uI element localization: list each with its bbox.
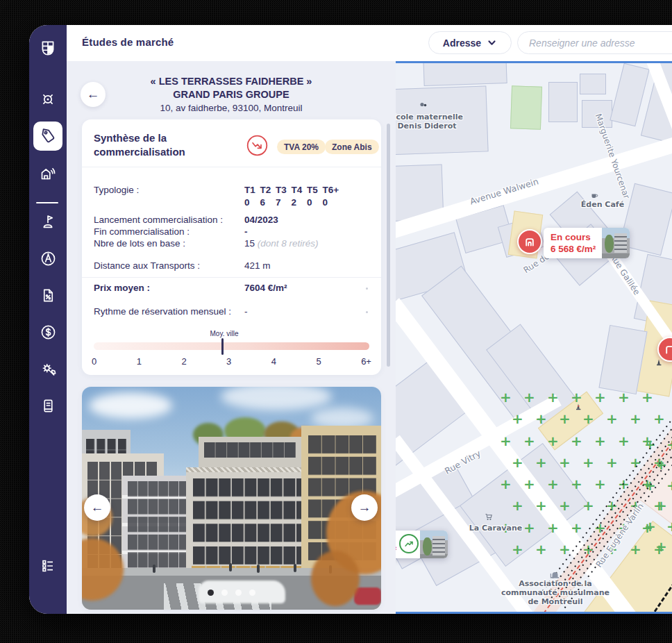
lots-value: 15 (dont 8 retirés) xyxy=(244,238,319,249)
back-button[interactable]: ← xyxy=(81,82,106,107)
carousel-dot[interactable] xyxy=(235,590,242,596)
route-flag-icon xyxy=(40,213,56,230)
sidebar-item-locate[interactable] xyxy=(33,85,62,114)
sidebar-item-finance[interactable] xyxy=(33,317,62,346)
map-block xyxy=(548,82,578,122)
avg-price-label: Prix moyen : xyxy=(94,283,150,293)
school-icon xyxy=(418,101,428,110)
residence-signal-icon xyxy=(40,165,56,181)
marker-price: 6 568 €/m² xyxy=(551,243,596,255)
study-panel: ← « LES TERRASSES FAIDHERBE » GRAND PARI… xyxy=(67,61,396,614)
launch-label: Lancement commercialisation : xyxy=(94,215,223,225)
marker-status: En cours xyxy=(551,231,596,243)
marker-thumbnail xyxy=(602,228,630,258)
page-title: Études de marché xyxy=(82,36,174,48)
mosque-icon xyxy=(550,569,560,579)
map[interactable]: ++++++++++++++++++++++++++++++++++++++++… xyxy=(396,61,672,614)
poi-association: Association de la communauté musulmane d… xyxy=(500,579,611,606)
zone-badge: Zone Abis xyxy=(325,140,379,154)
map-block xyxy=(610,63,649,127)
city-average-label: Moy. ville xyxy=(186,330,262,337)
info-dot xyxy=(366,287,368,290)
building-photo xyxy=(82,387,381,610)
sidebar-item-route-flag[interactable] xyxy=(33,207,62,236)
building-glyph-icon xyxy=(523,235,537,249)
locate-target-icon xyxy=(40,91,56,108)
poi-school: École maternelleDenis Diderot xyxy=(396,112,482,131)
carousel-prev-button[interactable]: ← xyxy=(84,494,110,521)
map-border-top xyxy=(396,61,672,63)
logo-grid-icon xyxy=(39,39,57,57)
checklist-icon xyxy=(40,558,56,574)
sidebar-item-price-tag[interactable] xyxy=(33,122,62,151)
top-header: Études de marché Adresse xyxy=(67,25,672,61)
carousel-dots xyxy=(82,590,381,596)
cafe-icon xyxy=(590,192,599,201)
info-dot xyxy=(366,311,368,313)
map-block xyxy=(580,74,606,94)
poi-cafe: Éden Café xyxy=(568,200,637,209)
app-window: Études de marché Adresse ← « LES TERRASS… xyxy=(29,25,672,614)
rhythm-scale-bar xyxy=(94,342,369,350)
transport-label: Distance aux Transports : xyxy=(94,260,200,271)
screenshot-canvas: Études de marché Adresse ← « LES TERRASS… xyxy=(0,0,672,643)
lots-note: (dont 8 retirés) xyxy=(258,238,319,249)
map-park xyxy=(510,85,542,129)
property-developer: GRAND PARIS GROUPE xyxy=(112,88,350,101)
sidebar-divider xyxy=(36,202,58,203)
monument-icon xyxy=(575,403,583,411)
map-border-bottom xyxy=(396,612,672,614)
trend-up-icon xyxy=(399,534,419,553)
carousel-dot[interactable] xyxy=(208,590,214,596)
sidebar-item-report[interactable] xyxy=(33,391,62,420)
end-label: Fin commercialisation : xyxy=(94,226,190,237)
address-search-input[interactable] xyxy=(529,37,672,49)
sidebar-item-settings[interactable] xyxy=(33,354,62,383)
property-header: « LES TERRASSES FAIDHERBE » GRAND PARIS … xyxy=(112,75,350,115)
rhythm-value: - xyxy=(244,306,248,317)
tva-badge: TVA 20% xyxy=(277,140,326,154)
sidebar-item-residences[interactable] xyxy=(33,158,62,187)
synthesis-title: Synthèse de lacommercialisation xyxy=(94,131,185,159)
app-logo-icon[interactable] xyxy=(33,33,62,62)
map-block xyxy=(423,61,507,86)
trend-down-icon xyxy=(246,135,268,159)
synthesis-card: Synthèse de lacommercialisation TVA 20% … xyxy=(82,119,381,375)
address-search xyxy=(517,31,672,54)
carousel-dot[interactable] xyxy=(249,590,255,596)
poi-shop: La Caravane xyxy=(461,524,530,533)
price-tag-icon xyxy=(40,128,56,144)
panel-scrollbar[interactable] xyxy=(387,124,390,367)
divider xyxy=(82,167,381,167)
project-marker-pin[interactable] xyxy=(517,229,542,254)
transport-value: 421 m xyxy=(244,260,271,271)
notebook-icon xyxy=(40,398,56,414)
rhythm-scale-ticks: 01 23 45 6+ xyxy=(92,356,371,367)
project-marker-label[interactable]: En cours 6 568 €/m² xyxy=(544,228,630,258)
shop-cart-icon xyxy=(485,512,494,521)
rhythm-label: Rythme de réservation mensuel : xyxy=(94,306,231,317)
city-average-tick xyxy=(221,338,224,355)
carousel-dot[interactable] xyxy=(221,590,228,596)
sidebar-item-compass[interactable] xyxy=(33,244,62,273)
divider xyxy=(82,277,381,278)
carousel-next-button[interactable]: → xyxy=(351,494,378,521)
settings-tools-icon xyxy=(40,360,57,378)
dollar-coin-icon xyxy=(40,324,57,341)
sidebar-item-checklist[interactable] xyxy=(33,551,62,581)
address-type-dropdown[interactable]: Adresse xyxy=(428,31,512,54)
chevron-down-icon xyxy=(487,39,497,47)
avg-price-value: 7604 €/m² xyxy=(244,283,287,293)
document-percent-icon xyxy=(40,287,56,303)
typology-label: Typologie : xyxy=(94,185,139,195)
end-value: - xyxy=(244,226,248,237)
sidebar-item-doc-percent[interactable] xyxy=(33,281,62,310)
building-glyph-icon xyxy=(663,342,672,356)
property-name: « LES TERRASSES FAIDHERBE » xyxy=(112,75,350,88)
partial-marker-label[interactable]: 5 m² xyxy=(396,531,448,558)
typology-table: T10 T26 T37 T42 T50 T6+0 xyxy=(244,184,342,209)
property-address: 10, av faidherbe, 93100, Montreuil xyxy=(112,101,350,115)
partial-marker-thumbnail xyxy=(420,531,448,558)
lots-label: Nbre de lots en base : xyxy=(94,238,185,249)
photo-carousel: ← → xyxy=(82,387,381,610)
